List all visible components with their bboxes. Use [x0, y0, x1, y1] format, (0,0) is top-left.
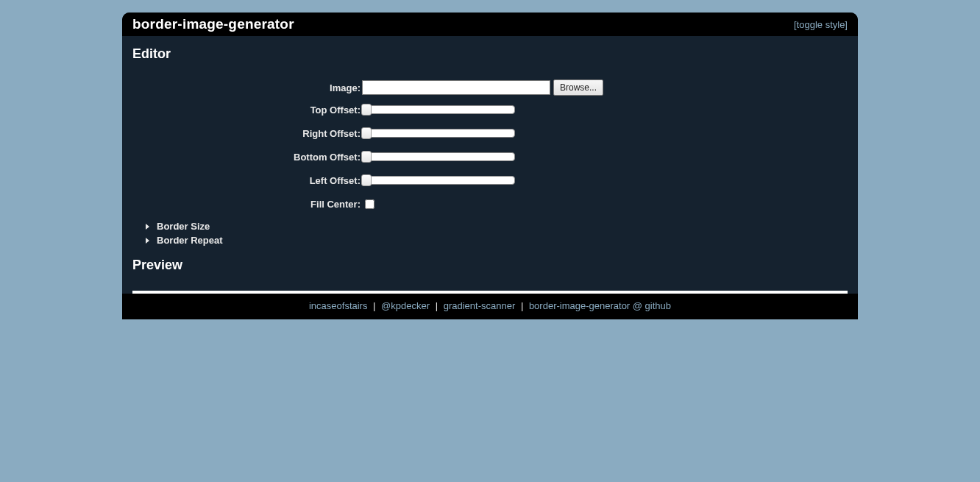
- left-offset-slider[interactable]: [362, 176, 515, 185]
- image-input[interactable]: [362, 80, 550, 95]
- fill-center-checkbox[interactable]: [365, 199, 374, 209]
- footer-link-incaseofstairs[interactable]: incaseofstairs: [309, 300, 367, 311]
- footer-link-github[interactable]: border-image-generator @ github: [529, 300, 671, 311]
- bottom-offset-handle[interactable]: [361, 151, 372, 163]
- triangle-right-icon: [146, 224, 149, 230]
- image-label: Image:: [132, 82, 362, 93]
- left-offset-row: Left Offset:: [132, 172, 848, 188]
- bottom-offset-row: Bottom Offset:: [132, 149, 848, 165]
- fill-center-row: Fill Center:: [132, 196, 848, 212]
- right-offset-handle[interactable]: [361, 127, 372, 139]
- left-offset-handle[interactable]: [361, 174, 372, 186]
- editor-form: Image: Browse... Top Offset: Right Offse…: [132, 79, 848, 212]
- right-offset-row: Right Offset:: [132, 125, 848, 141]
- top-offset-handle[interactable]: [361, 104, 372, 116]
- border-repeat-accordion[interactable]: Border Repeat: [146, 233, 848, 247]
- browse-button[interactable]: Browse...: [553, 79, 603, 96]
- footer: incaseofstairs | @kpdecker | gradient-sc…: [122, 294, 858, 319]
- accordion-group: Border Size Border Repeat: [146, 219, 848, 247]
- border-size-accordion[interactable]: Border Size: [146, 219, 848, 233]
- toggle-style-link[interactable]: [toggle style]: [794, 19, 848, 30]
- editor-heading: Editor: [132, 46, 848, 62]
- image-row: Image: Browse...: [132, 79, 848, 96]
- border-repeat-label: Border Repeat: [157, 235, 223, 246]
- app-window: border-image-generator [toggle style] Ed…: [122, 13, 858, 319]
- triangle-right-icon: [146, 238, 149, 244]
- footer-link-gradient-scanner[interactable]: gradient-scanner: [444, 300, 516, 311]
- app-title: border-image-generator: [132, 16, 294, 32]
- header-bar: border-image-generator [toggle style]: [122, 13, 858, 36]
- preview-heading: Preview: [132, 258, 848, 273]
- top-offset-slider[interactable]: [362, 105, 515, 114]
- top-offset-row: Top Offset:: [132, 102, 848, 118]
- bottom-offset-label: Bottom Offset:: [132, 152, 362, 163]
- top-offset-label: Top Offset:: [132, 104, 362, 116]
- border-size-label: Border Size: [157, 221, 210, 232]
- footer-sep: |: [521, 300, 523, 311]
- right-offset-label: Right Offset:: [132, 128, 362, 139]
- footer-link-kpdecker[interactable]: @kpdecker: [381, 300, 430, 311]
- fill-center-label: Fill Center:: [132, 199, 362, 210]
- bottom-offset-slider[interactable]: [362, 152, 515, 161]
- footer-sep: |: [436, 300, 438, 311]
- left-offset-label: Left Offset:: [132, 175, 362, 186]
- footer-sep: |: [373, 300, 375, 311]
- right-offset-slider[interactable]: [362, 129, 515, 138]
- main-panel: Editor Image: Browse... Top Offset: Righ…: [122, 36, 858, 294]
